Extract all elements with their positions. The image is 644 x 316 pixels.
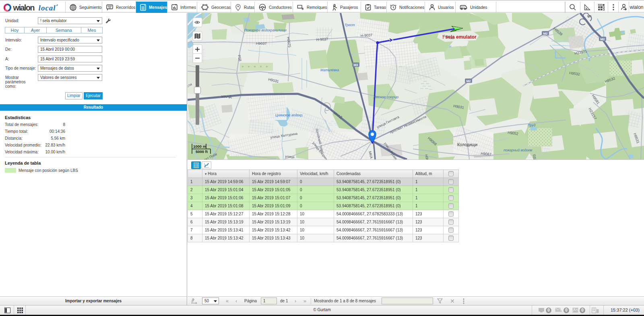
svg-text:М2: М2 (466, 79, 471, 83)
svg-text:Н-9037: Н-9037 (360, 33, 372, 38)
svg-text:МКАД: МКАД (221, 95, 231, 99)
svg-text:local: local (39, 4, 56, 12)
svg-text:М2: М2 (587, 14, 592, 18)
svg-text:Лесное озерцо: Лесное озерцо (373, 95, 398, 99)
svg-text:Н-9037: Н-9037 (316, 37, 328, 42)
svg-text:Трест: Трест (345, 23, 355, 27)
svg-text:М2: М2 (600, 37, 605, 41)
svg-text:М3: М3 (353, 63, 358, 67)
svg-text:wialon: wialon (13, 3, 35, 12)
svg-text:пожарный водоем: пожарный водоем (504, 148, 533, 152)
svg-text:Пожарное водохранилище: Пожарное водохранилище (244, 28, 287, 32)
svg-text:М2: М2 (543, 32, 548, 35)
svg-text:Пруд: Пруд (528, 123, 536, 127)
svg-text:Матилёвка: Матилёвка (320, 68, 339, 72)
svg-text:улица: улица (285, 154, 295, 159)
svg-text:Н9037: Н9037 (256, 41, 267, 45)
svg-text:Колодищи: Колодищи (457, 142, 477, 147)
svg-text:1000 m: 1000 m (193, 144, 206, 149)
svg-text:5000 ft: 5000 ft (196, 149, 208, 154)
svg-text:032: 032 (532, 154, 537, 159)
svg-text:Цнянское водохр.: Цнянское водохр. (275, 113, 303, 117)
